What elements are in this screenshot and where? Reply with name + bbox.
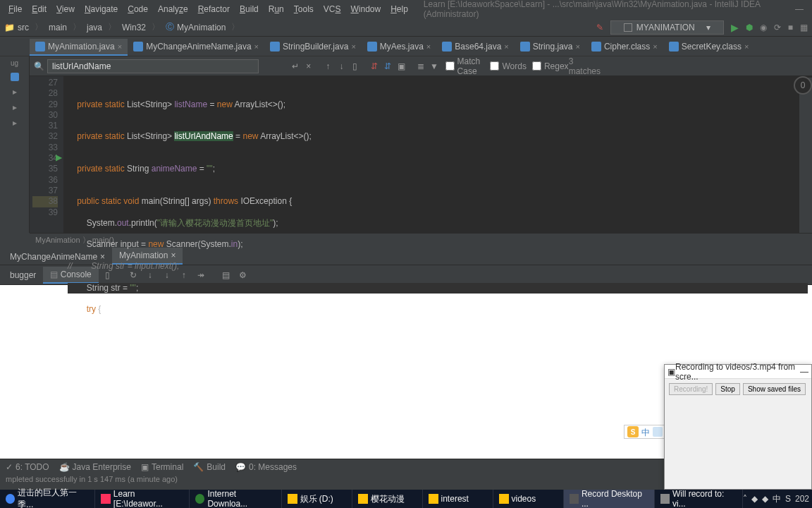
show-files-button[interactable]: Show saved files [743,383,806,395]
tab-myanimation[interactable]: MyAnimation.java× [30,39,128,56]
build-tool[interactable]: 🔨 Build [193,462,226,472]
profile-button[interactable]: ⟳ [774,23,781,32]
taskbar-explorer4[interactable]: videos [493,490,564,508]
taskbar-chrome[interactable]: 进击的巨人第一季... [0,490,95,508]
close-icon[interactable]: × [575,42,579,51]
code-editor[interactable]: 27 28 29 30 31 32 33 34▶ 35 36 37 38 39 … [30,76,812,233]
tab-stringbuilder[interactable]: StringBuilder.java× [264,39,362,56]
run-button[interactable]: ▶ [731,22,739,33]
menu-tools[interactable]: Tools [290,3,318,16]
run-gutter-icon[interactable]: ▶ [56,152,62,163]
close-icon[interactable]: × [118,42,122,51]
menu-navigate[interactable]: Navigate [80,3,122,16]
tab-myaes[interactable]: MyAes.java× [362,39,436,56]
debugger-tab[interactable]: bugger [3,267,43,283]
tray-clock[interactable]: 202 [795,494,809,504]
magic-wand-icon[interactable]: ✎ [596,23,603,32]
tray-icon[interactable]: S [785,494,791,504]
menu-run[interactable]: Run [264,3,288,16]
taskbar-explorer2[interactable]: 樱花动漫 [352,490,423,508]
tray-icon[interactable]: 中 [773,493,781,505]
stop-button[interactable]: ■ [788,23,793,32]
close-icon[interactable]: × [254,42,259,51]
close-icon[interactable]: × [653,42,657,51]
sogou-icon[interactable]: S [627,426,639,437]
menu-file[interactable]: FFileile [4,3,26,16]
menu-refactor[interactable]: Refactor [194,3,234,16]
select-occurrences-icon[interactable]: ▣ [396,59,407,74]
tray-icon[interactable]: ◆ [762,494,768,504]
minimap[interactable] [799,78,812,233]
run-config-selector[interactable]: MYANIMATION ▾ [610,20,724,35]
next-match-icon[interactable]: ↓ [336,59,347,74]
taskbar-recorder[interactable]: Record Desktop ... [564,490,655,508]
folder-icon [429,494,438,504]
close-icon[interactable]: × [351,42,355,51]
menu-help[interactable]: Help [386,3,412,16]
menu-vcs[interactable]: VCS [319,3,345,16]
menu-analyze[interactable]: Analyze [154,3,192,16]
bc-src[interactable]: src [18,23,29,32]
select-all-icon[interactable]: ▯ [350,59,360,74]
find-input[interactable]: listUrlAndName [47,59,259,73]
funnel-icon[interactable]: ▼ [429,59,439,74]
close-icon[interactable]: × [504,42,508,51]
menu-edit[interactable]: Edit [27,3,51,16]
close-find-icon[interactable]: × [303,59,314,74]
tab-base64[interactable]: Base64.java× [436,39,514,56]
taskbar-idm[interactable]: Internet Downloa... [190,490,281,508]
taskbar-idea[interactable]: Learn [E:\Ideawor... [95,490,190,508]
ime-icon[interactable] [653,427,663,437]
menu-window[interactable]: Window [346,3,385,16]
remove-selection-icon[interactable]: ⇵ [383,59,393,74]
recording-button[interactable]: Recording! [669,383,713,395]
tab-cipher[interactable]: Cipher.class× [586,39,663,56]
close-icon[interactable]: × [426,42,431,51]
debug-button[interactable]: ⬢ [746,23,753,32]
code-area[interactable]: private static List<String> listName = n… [63,76,812,233]
menu-code[interactable]: Code [123,3,152,16]
words-checkbox[interactable]: Words [490,61,526,71]
matchcase-checkbox[interactable]: Match Case [445,56,485,76]
terminal-tool[interactable]: ▣ Terminal [141,462,183,472]
recording-window[interactable]: ▣ Recording to videos/3.mp4 from scre...… [664,364,812,490]
coverage-button[interactable]: ◉ [760,23,767,32]
todo-tool[interactable]: ✓ 6: TODO [6,462,49,472]
tray-icon[interactable]: ◆ [751,494,758,504]
taskbar-explorer3[interactable]: interest [423,490,493,508]
project-icon[interactable] [11,73,19,81]
minimize-button[interactable]: — [791,3,808,16]
java-icon [35,42,45,52]
close-icon[interactable]: × [744,42,749,51]
tab-string[interactable]: String.java× [515,39,586,56]
taskbar-recorder2[interactable]: Will record to: vi... [655,490,743,508]
bc-main[interactable]: main [49,23,67,32]
bc-pkg[interactable]: Win32 [122,23,146,32]
add-selection-icon[interactable]: ⇵ [369,59,379,74]
recording-title: Recording to videos/3.mp4 from scre... [675,362,800,382]
messages-tool[interactable]: 💬 0: Messages [235,462,297,472]
java-icon [133,42,143,52]
bc-java[interactable]: java [87,23,102,32]
menu-build[interactable]: Build [235,3,263,16]
tray-up-icon[interactable]: ˄ [743,494,747,504]
stop-button[interactable]: Stop [715,383,740,395]
bc-class[interactable]: MyAnimation [177,23,226,32]
code-lens[interactable]: 0 [794,76,812,95]
newline-icon[interactable]: ↵ [290,59,300,74]
regex-checkbox[interactable]: Regex [532,61,569,71]
taskbar-explorer1[interactable]: 娱乐 (D:) [282,490,352,508]
folder-icon [288,494,297,504]
recorder-icon [570,494,579,504]
filter-icon[interactable]: ≣ [415,59,426,74]
menu-view[interactable]: View [52,3,79,16]
tab-mychangeanimename[interactable]: MyChangeAnimeName.java× [128,39,264,56]
prev-match-icon[interactable]: ↑ [323,59,333,74]
recording-titlebar[interactable]: ▣ Recording to videos/3.mp4 from scre...… [665,365,811,379]
java-icon [442,42,452,52]
more-button[interactable]: ▦ [800,23,808,32]
system-tray[interactable]: ˄ ◆ ◆ 中 S 202 [743,493,812,505]
tab-secretkey[interactable]: SecretKey.class× [663,39,755,56]
minimize-icon[interactable]: — [800,367,808,377]
jee-tool[interactable]: ☕ Java Enterprise [59,462,131,472]
